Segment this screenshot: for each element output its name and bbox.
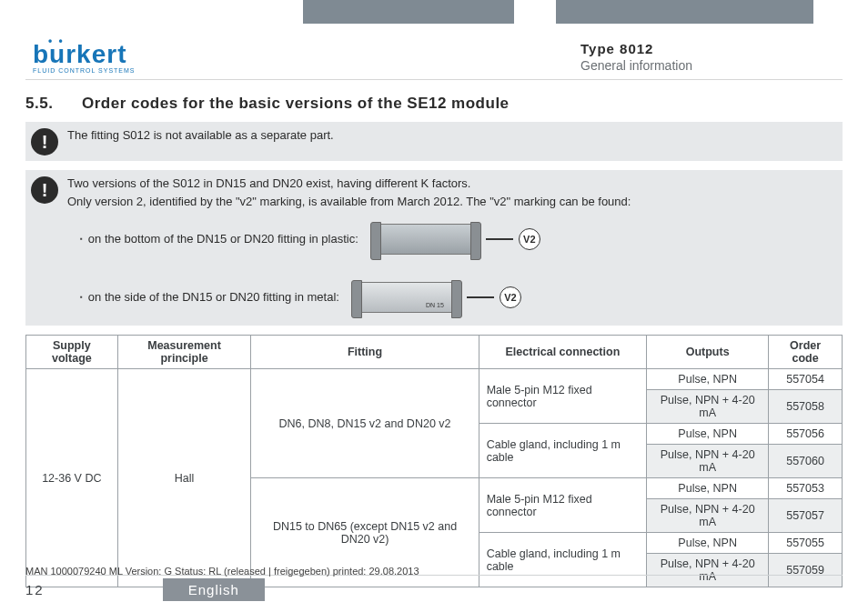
- section-title-text: Order codes for the basic versions of th…: [82, 95, 510, 113]
- warning-note-2: ! Two versions of the S012 in DN15 and D…: [25, 170, 843, 326]
- th-outputs: Outputs: [647, 336, 769, 369]
- fitting-body-plastic: [371, 224, 480, 255]
- v2-marker: V2: [500, 286, 521, 308]
- logo-main-text: burkert: [33, 40, 126, 68]
- cell-code: 557060: [769, 445, 843, 478]
- cell-supply: 12-36 V DC: [26, 369, 118, 587]
- fitting-body-metal: DN 15: [352, 282, 461, 313]
- note1-text: The fitting S012 is not available as a s…: [67, 127, 334, 144]
- th-fitting: Fitting: [251, 336, 479, 369]
- table-header-row: Supply voltage Measurement principle Fit…: [26, 336, 843, 369]
- cell-code: 557055: [769, 533, 843, 554]
- cell-code: 557057: [769, 499, 843, 533]
- top-bar-left: [303, 0, 514, 24]
- cell-principle: Hall: [117, 369, 251, 587]
- cell-fitting-a: DN6, DN8, DN15 v2 and DN20 v2: [251, 369, 479, 478]
- section-heading: 5.5. Order codes for the basic versions …: [25, 95, 843, 113]
- fitting-plastic-illustration: V2: [371, 224, 540, 255]
- document-page: • • burkert FLUID CONTROL SYSTEMS Type 8…: [0, 0, 868, 612]
- top-bar-right: [556, 0, 813, 24]
- warning-note-1: ! The fitting S012 is not available as a…: [25, 122, 843, 161]
- th-conn: Electrical connection: [479, 336, 646, 369]
- exclamation-icon: !: [31, 176, 58, 204]
- page-header: • • burkert FLUID CONTROL SYSTEMS Type 8…: [25, 40, 843, 80]
- type-label: Type 8012: [580, 41, 835, 56]
- v2-marker: V2: [519, 228, 540, 250]
- dn-label: DN 15: [426, 301, 444, 309]
- cell-conn-a2: Male 5-pin M12 fixed connector: [479, 478, 646, 533]
- cell-conn-a1: Male 5-pin M12 fixed connector: [479, 369, 646, 424]
- bullet-metal: on the side of the DN15 or DN20 fitting …: [80, 282, 540, 313]
- cell-conn-b1: Cable gland, including 1 m cable: [479, 424, 646, 478]
- page-footer: MAN 1000079240 ML Version: G Status: RL …: [25, 566, 843, 601]
- page-number: 12: [25, 582, 45, 597]
- brand-logo: • • burkert FLUID CONTROL SYSTEMS: [33, 40, 136, 74]
- bullet1-text: on the bottom of the DN15 or DN20 fittin…: [80, 231, 358, 247]
- table-row: 12-36 V DC Hall DN6, DN8, DN15 v2 and DN…: [26, 369, 843, 390]
- cell-output: Pulse, NPN: [647, 369, 769, 390]
- th-principle: Measurement principle: [117, 336, 251, 369]
- exclamation-icon: !: [31, 128, 58, 156]
- th-supply: Supply voltage: [26, 336, 118, 369]
- logo-text: • • burkert: [33, 40, 126, 69]
- bullet2-text: on the side of the DN15 or DN20 fitting …: [80, 289, 339, 306]
- header-subtitle: General information: [580, 58, 835, 73]
- cell-code: 557053: [769, 478, 843, 499]
- cell-output: Pulse, NPN: [647, 424, 769, 445]
- cell-output: Pulse, NPN + 4-20 mA: [647, 445, 769, 478]
- cell-code: 557056: [769, 424, 843, 445]
- cell-output: Pulse, NPN + 4-20 mA: [647, 499, 769, 533]
- note2-line2: Only version 2, identified by the "v2" m…: [67, 194, 631, 210]
- fitting-metal-illustration: DN 15 V2: [352, 282, 521, 313]
- language-badge: English: [163, 578, 265, 601]
- cell-output: Pulse, NPN + 4-20 mA: [647, 390, 769, 424]
- bullet-plastic: on the bottom of the DN15 or DN20 fittin…: [80, 224, 540, 255]
- top-tab-bars: [0, 0, 868, 24]
- cell-code: 557054: [769, 369, 843, 390]
- cell-output: Pulse, NPN: [647, 533, 769, 554]
- note2-line1: Two versions of the S012 in DN15 and DN2…: [67, 176, 631, 192]
- cell-output: Pulse, NPN: [647, 478, 769, 499]
- section-number: 5.5.: [25, 95, 66, 113]
- header-right: Type 8012 General information: [580, 41, 835, 73]
- note2-bullets: on the bottom of the DN15 or DN20 fittin…: [80, 224, 540, 313]
- th-code: Order code: [769, 336, 843, 369]
- footer-meta: MAN 1000079240 ML Version: G Status: RL …: [25, 566, 843, 577]
- order-codes-table: Supply voltage Measurement principle Fit…: [25, 335, 843, 587]
- cell-code: 557058: [769, 390, 843, 424]
